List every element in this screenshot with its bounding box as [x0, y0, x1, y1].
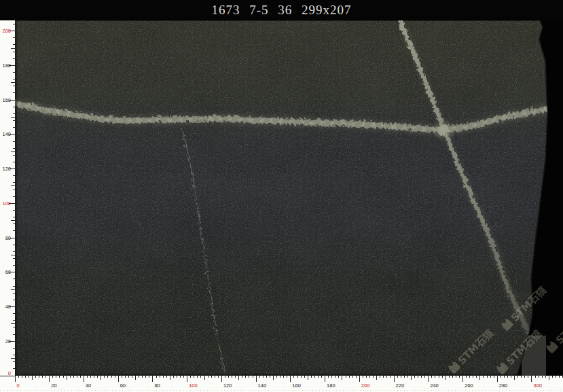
ruler-label: 120 [223, 382, 232, 389]
ruler-label: 60 [120, 382, 126, 389]
ruler-label: 80 [5, 235, 11, 241]
ruler-label: 20 [5, 338, 11, 344]
slab-title: 1673 7-5 36 299x207 [211, 3, 351, 18]
ruler-label: 200 [2, 28, 11, 34]
ruler-label: 200 [361, 382, 370, 389]
ruler-label: 60 [5, 269, 11, 275]
horizontal-ruler: 0204060801001201401601802002202402602803… [0, 376, 563, 392]
ruler-label: 300 [533, 382, 542, 389]
ruler-label: 80 [154, 382, 160, 389]
vertical-ruler: 020406080100120140160180200 [0, 20, 15, 376]
ruler-label: 220 [396, 382, 405, 389]
ruler-label: 40 [5, 304, 11, 310]
ruler-label: 120 [2, 166, 11, 172]
ruler-label: 180 [327, 382, 335, 389]
ruler-label: 180 [2, 63, 11, 69]
ruler-label: 0 [17, 382, 20, 389]
ruler-label: 100 [189, 382, 198, 389]
vein-intersection [436, 123, 448, 134]
ruler-label: 160 [292, 382, 301, 389]
ruler-label: 40 [86, 382, 91, 389]
ruler-label: 260 [465, 382, 473, 389]
ruler-label: 0 [8, 370, 11, 376]
title-bar: 1673 7-5 36 299x207 [0, 0, 563, 20]
ruler-label: 280 [499, 382, 508, 389]
slab-image[interactable]: STM石猫STM石猫STM石猫STM石猫 [0, 20, 563, 376]
ruler-label: 140 [258, 382, 267, 389]
ruler-label: 240 [430, 382, 439, 389]
stone-scan-viewer: 1673 7-5 36 299x207 [0, 0, 563, 392]
ruler-label: 140 [2, 131, 11, 137]
ruler-label: 160 [2, 97, 11, 103]
ruler-label: 20 [51, 382, 56, 389]
ruler-label: 100 [2, 200, 11, 207]
